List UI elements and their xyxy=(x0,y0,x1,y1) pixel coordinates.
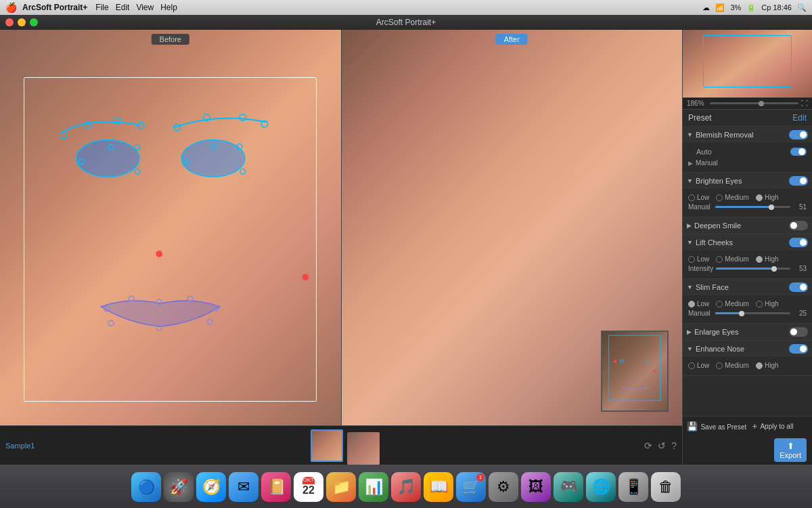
thumbnail-inset xyxy=(601,331,669,412)
lift-intensity-label: Intensity xyxy=(688,265,713,272)
brighten-radio-row: Low Medium High xyxy=(688,194,807,201)
filmstrip-item-2[interactable] xyxy=(347,432,380,465)
dock-contacts[interactable]: 📔 xyxy=(261,472,291,502)
plus-icon: + xyxy=(752,421,757,431)
brighten-slider-thumb[interactable] xyxy=(769,205,774,210)
slim-toggle[interactable] xyxy=(789,282,808,292)
dock-itunes[interactable]: 🎵 xyxy=(391,472,421,502)
blemish-toggle[interactable] xyxy=(789,130,808,140)
enhance-medium-option[interactable]: Medium xyxy=(716,362,749,369)
section-deepen-header[interactable]: ▶ Deepen Smile xyxy=(683,217,812,234)
slim-slider-thumb[interactable] xyxy=(739,311,744,316)
section-slim-header[interactable]: ▼ Slim Face xyxy=(683,279,812,295)
blemish-auto-toggle[interactable] xyxy=(790,148,807,156)
dock-launchpad[interactable]: 🚀 xyxy=(164,472,194,502)
apply-all-button[interactable]: Apply to all xyxy=(760,423,793,430)
brighten-slider-value: 51 xyxy=(793,203,807,211)
section-lift-header[interactable]: ▼ Lift Cheeks xyxy=(683,234,812,251)
section-enhance-header[interactable]: ▼ Enhance Nose xyxy=(683,341,812,357)
deepen-toggle[interactable] xyxy=(789,221,808,230)
section-enlarge-header[interactable]: ▶ Enlarge Eyes xyxy=(683,324,812,340)
dock-numbers[interactable]: 📊 xyxy=(359,472,388,502)
dock-trash[interactable]: 🗑 xyxy=(651,472,681,502)
lift-medium-option[interactable]: Medium xyxy=(716,255,749,263)
close-button[interactable] xyxy=(5,18,14,26)
menu-help[interactable]: Help xyxy=(160,3,177,12)
lift-toggle[interactable] xyxy=(789,238,808,247)
brighten-high-radio[interactable] xyxy=(756,194,763,201)
brighten-toggle[interactable] xyxy=(789,176,808,186)
help-icon[interactable]: ? xyxy=(671,440,677,451)
dock-finder[interactable]: 🔵 xyxy=(131,472,161,502)
full-layout: Before xyxy=(0,30,812,508)
lift-low-radio[interactable] xyxy=(688,256,695,263)
blemish-manual-row[interactable]: ▶ Manual xyxy=(688,158,807,168)
enhance-high-option[interactable]: High xyxy=(756,362,779,369)
export-button[interactable]: ⬆ Export xyxy=(774,438,807,462)
slim-high-label: High xyxy=(765,300,779,308)
slim-high-radio[interactable] xyxy=(756,301,763,308)
enhance-medium-radio[interactable] xyxy=(716,362,723,369)
zoom-slider[interactable] xyxy=(710,102,798,104)
lift-high-radio[interactable] xyxy=(756,256,763,263)
slim-low-option[interactable]: Low xyxy=(688,300,709,308)
search-icon[interactable]: 🔍 xyxy=(797,3,807,12)
filmstrip-item-1[interactable] xyxy=(311,429,343,462)
slim-medium-option[interactable]: Medium xyxy=(716,300,749,308)
brighten-slider-track[interactable] xyxy=(715,206,790,208)
save-icon: 💾 xyxy=(687,421,698,431)
section-brighten-header[interactable]: ▼ Brighten Eyes xyxy=(683,173,812,189)
lift-medium-radio[interactable] xyxy=(716,256,723,263)
enhance-low-radio[interactable] xyxy=(688,362,695,369)
menu-view[interactable]: View xyxy=(136,3,154,12)
dock-settings[interactable]: ⚙ xyxy=(489,472,518,502)
dock-books[interactable]: 📖 xyxy=(424,472,453,502)
dock-appstore[interactable]: 🛒 1 xyxy=(456,472,486,502)
dock-mail[interactable]: ✉ xyxy=(229,472,258,502)
enhance-high-radio[interactable] xyxy=(756,362,763,369)
dock-safari[interactable]: 🧭 xyxy=(196,472,226,502)
sample-label[interactable]: Sample1 xyxy=(5,442,46,450)
dock-iphone[interactable]: 📱 xyxy=(618,472,648,502)
image-column: Before xyxy=(0,30,682,465)
apple-icon[interactable]: 🍎 xyxy=(5,2,17,13)
brighten-medium-radio[interactable] xyxy=(716,194,723,201)
brighten-high-option[interactable]: High xyxy=(756,194,779,201)
zoom-slider-thumb[interactable] xyxy=(759,101,764,106)
lift-slider-track[interactable] xyxy=(716,268,790,270)
slim-medium-radio[interactable] xyxy=(716,301,723,308)
menu-edit[interactable]: Edit xyxy=(116,3,130,12)
blemish-manual-label: Manual xyxy=(696,159,718,167)
maximize-button[interactable] xyxy=(30,18,38,26)
dock-screenrecord[interactable]: 🎮 xyxy=(554,472,583,502)
before-image xyxy=(0,30,341,425)
menu-file[interactable]: File xyxy=(95,3,108,12)
section-blemish-header[interactable]: ▼ Blemish Removal xyxy=(683,127,812,143)
slim-low-radio[interactable] xyxy=(688,301,695,308)
brighten-low-radio[interactable] xyxy=(688,194,695,201)
minimize-button[interactable] xyxy=(18,18,26,26)
dock-preview[interactable]: 🖼 xyxy=(521,472,551,502)
export-label: Export xyxy=(780,451,801,459)
dock-photos[interactable]: 📁 xyxy=(326,472,356,502)
lift-low-option[interactable]: Low xyxy=(688,255,709,263)
brighten-content: Low Medium High Man xyxy=(683,189,812,217)
edit-button[interactable]: Edit xyxy=(792,113,807,123)
enhance-toggle[interactable] xyxy=(789,344,808,354)
lift-slider-thumb[interactable] xyxy=(771,266,777,272)
save-as-preset-button[interactable]: 💾 Save as Preset xyxy=(687,420,746,432)
dock-calendar[interactable]: OKT22 xyxy=(294,472,323,502)
enhance-arrow-icon: ▼ xyxy=(687,345,693,352)
enlarge-toggle[interactable] xyxy=(789,327,808,337)
enhance-low-option[interactable]: Low xyxy=(688,362,709,369)
slim-slider-track[interactable] xyxy=(715,312,790,314)
lift-high-option[interactable]: High xyxy=(756,255,779,263)
dock-globe[interactable]: 🌐 xyxy=(586,472,616,502)
refresh-icon[interactable]: ↺ xyxy=(658,440,666,451)
brighten-medium-option[interactable]: Medium xyxy=(716,194,749,201)
zoom-icon[interactable]: ⛶ xyxy=(801,100,808,107)
brighten-low-option[interactable]: Low xyxy=(688,194,709,201)
sync-icon[interactable]: ⟳ xyxy=(644,440,652,451)
slim-high-option[interactable]: High xyxy=(756,300,779,308)
section-deepen-smile: ▶ Deepen Smile xyxy=(683,217,812,234)
